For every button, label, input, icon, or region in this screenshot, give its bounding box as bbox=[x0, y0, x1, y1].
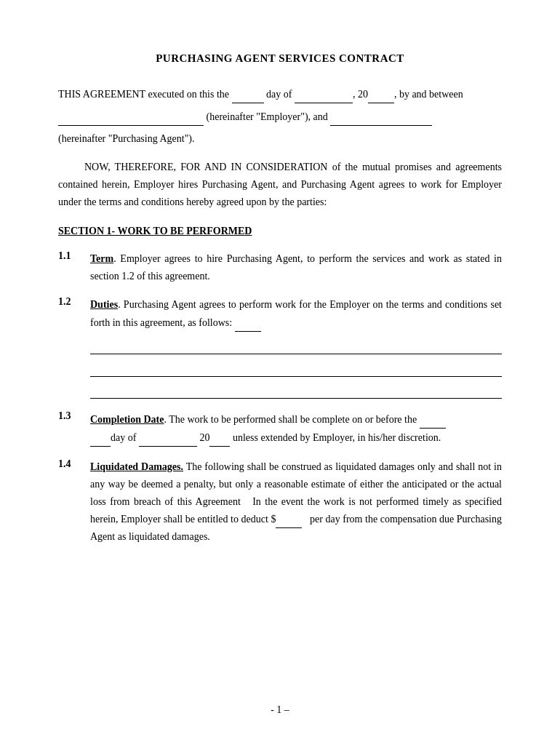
duties-line-2 bbox=[90, 359, 502, 377]
document-page: PURCHASING AGENT SERVICES CONTRACT THIS … bbox=[0, 0, 560, 745]
duties-line-3 bbox=[90, 381, 502, 399]
completion-month-blank bbox=[139, 429, 197, 447]
intro-paragraph-line2: (hereinafter "Employer"), and bbox=[58, 108, 502, 126]
clause-1-4-row: 1.4 Liquidated Damages. The following sh… bbox=[58, 458, 502, 546]
duties-tail-blank bbox=[235, 314, 261, 332]
clause-1-2-content: Duties. Purchasing Agent agrees to perfo… bbox=[90, 296, 502, 399]
clause-1-1: 1.1 Term. Employer agrees to hire Purcha… bbox=[58, 250, 502, 285]
document-title: PURCHASING AGENT SERVICES CONTRACT bbox=[58, 52, 502, 65]
clause-1-1-number: 1.1 bbox=[58, 250, 90, 262]
completion-blank1 bbox=[420, 410, 446, 429]
clause-1-2-number: 1.2 bbox=[58, 296, 90, 308]
consideration-paragraph: NOW, THEREFORE, FOR AND IN CONSIDERATION… bbox=[58, 159, 502, 210]
employer-name-2-blank bbox=[330, 108, 432, 126]
completion-blank2 bbox=[90, 429, 111, 447]
clause-1-2: 1.2 Duties. Purchasing Agent agrees to p… bbox=[58, 296, 502, 399]
employer-name-blank bbox=[58, 108, 204, 126]
clause-1-4-content: Liquidated Damages. The following shall … bbox=[90, 458, 502, 546]
intro-paragraph-line3: (hereinafter "Purchasing Agent"). bbox=[58, 130, 502, 148]
clause-1-4: 1.4 Liquidated Damages. The following sh… bbox=[58, 458, 502, 546]
page-footer: - 1 – bbox=[0, 704, 560, 716]
clause-1-3-number: 1.3 bbox=[58, 410, 90, 422]
completion-year-blank bbox=[209, 429, 230, 447]
clause-1-4-term: Liquidated Damages. bbox=[90, 461, 183, 472]
damages-amount-blank bbox=[276, 510, 302, 528]
clause-1-3-content: Completion Date. The work to be performe… bbox=[90, 410, 502, 447]
clause-1-1-content: Term. Employer agrees to hire Purchasing… bbox=[90, 250, 502, 285]
year-blank bbox=[368, 85, 394, 103]
clause-1-4-number: 1.4 bbox=[58, 458, 90, 470]
intro-paragraph-line1: THIS AGREEMENT executed on this the day … bbox=[58, 85, 502, 103]
page-number: - 1 – bbox=[271, 704, 289, 715]
clause-1-3-term: Completion Date bbox=[90, 414, 164, 425]
clause-1-3-row: 1.3 Completion Date. The work to be perf… bbox=[58, 410, 502, 447]
month-blank bbox=[295, 85, 353, 103]
clause-1-1-term: Term bbox=[90, 253, 113, 264]
section1-heading: SECTION 1- WORK TO BE PERFORMED bbox=[58, 226, 502, 237]
day-blank bbox=[232, 85, 264, 103]
clause-1-2-row: 1.2 Duties. Purchasing Agent agrees to p… bbox=[58, 296, 502, 399]
duties-line-1 bbox=[90, 336, 502, 354]
clause-1-3: 1.3 Completion Date. The work to be perf… bbox=[58, 410, 502, 447]
clause-1-1-row: 1.1 Term. Employer agrees to hire Purcha… bbox=[58, 250, 502, 285]
clause-1-2-term: Duties bbox=[90, 299, 118, 310]
